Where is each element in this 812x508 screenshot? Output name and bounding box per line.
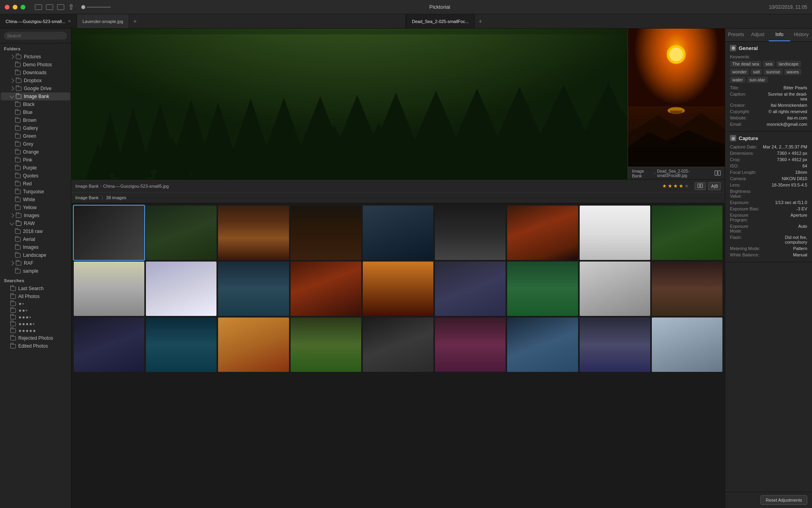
sidebar-item-pictures[interactable]: Pictures bbox=[1, 53, 70, 61]
search-input[interactable] bbox=[4, 32, 67, 40]
sidebar-item-image-bank[interactable]: Image Bank bbox=[1, 92, 70, 100]
thumb-24[interactable] bbox=[435, 318, 506, 372]
thumb-25[interactable] bbox=[507, 318, 578, 372]
thumb-5[interactable] bbox=[363, 206, 433, 260]
right-preview-icon[interactable] bbox=[714, 170, 721, 177]
sidebar-item-sample[interactable]: sample bbox=[1, 267, 70, 275]
sidebar-item-all-photos[interactable]: All Photos bbox=[1, 292, 70, 300]
sidebar-item-dropbox[interactable]: Dropbox bbox=[1, 77, 70, 85]
sidebar-item-downloads[interactable]: Downloads bbox=[1, 69, 70, 77]
thumb-23[interactable] bbox=[363, 318, 433, 372]
sidebar-item-aerial[interactable]: Aerial bbox=[1, 235, 70, 243]
sidebar-item-black[interactable]: Black bbox=[1, 100, 70, 108]
dead-sea-image[interactable] bbox=[628, 29, 725, 167]
sidebar-item-blue[interactable]: Blue bbox=[1, 108, 70, 116]
thumb-14[interactable] bbox=[363, 262, 433, 316]
thumb-10[interactable] bbox=[74, 262, 144, 316]
thumb-17[interactable] bbox=[580, 262, 650, 316]
slider-track[interactable] bbox=[87, 7, 111, 8]
thumb-8[interactable] bbox=[580, 206, 650, 260]
thumb-7[interactable] bbox=[507, 206, 578, 260]
sidebar-item-green[interactable]: Green bbox=[1, 132, 70, 140]
layout-icon-2[interactable] bbox=[46, 4, 53, 10]
tab-dead-sea[interactable]: Dead_Sea_2-025-smallFoc... bbox=[406, 14, 475, 28]
sidebar-item-pink[interactable]: Pink bbox=[1, 156, 70, 164]
tab-lavender[interactable]: Lavender-smaple.jpg bbox=[77, 14, 129, 28]
star-1[interactable]: ★ bbox=[662, 183, 667, 189]
sidebar-item-raf[interactable]: RAF bbox=[1, 259, 70, 267]
tab-close-china[interactable]: ✕ bbox=[68, 19, 71, 23]
thumb-21[interactable] bbox=[218, 318, 289, 372]
tab-adjust[interactable]: Adjust bbox=[747, 29, 769, 41]
thumb-16[interactable] bbox=[507, 262, 578, 316]
slider-handle[interactable] bbox=[81, 5, 85, 9]
sidebar-item-edited[interactable]: Edited Photos bbox=[1, 342, 70, 350]
layout-icon-1[interactable] bbox=[35, 4, 42, 10]
main-preview[interactable] bbox=[71, 29, 628, 179]
thumb-3[interactable] bbox=[218, 206, 289, 260]
thumb-9[interactable] bbox=[652, 206, 722, 260]
zoom-slider[interactable] bbox=[81, 5, 111, 9]
thumb-11[interactable] bbox=[146, 262, 216, 316]
thumb-4[interactable] bbox=[291, 206, 361, 260]
star-3[interactable]: ★ bbox=[673, 183, 678, 189]
sidebar-item-stars3[interactable]: ★★★+ bbox=[1, 314, 70, 321]
sidebar-item-images2[interactable]: Images bbox=[1, 243, 70, 251]
sidebar-item-landscape[interactable]: Landscape bbox=[1, 251, 70, 259]
sidebar-item-purple[interactable]: Purple bbox=[1, 164, 70, 172]
thumb-13[interactable] bbox=[291, 262, 361, 316]
close-button[interactable] bbox=[5, 5, 10, 10]
sidebar-item-google-drive[interactable]: Google Drive bbox=[1, 85, 70, 92]
sidebar-item-grey[interactable]: Grey bbox=[1, 140, 70, 148]
sidebar-item-raw[interactable]: RAW bbox=[1, 219, 70, 227]
sidebar-item-quotes[interactable]: Quotes bbox=[1, 172, 70, 180]
thumb-6[interactable] bbox=[435, 206, 506, 260]
thumb-19[interactable] bbox=[74, 318, 144, 372]
thumb-12[interactable] bbox=[218, 262, 289, 316]
tab-history[interactable]: History bbox=[790, 29, 812, 41]
thumb-26[interactable] bbox=[580, 318, 650, 372]
minimize-button[interactable] bbox=[13, 5, 17, 10]
sidebar-item-turquoise[interactable]: Turquoise bbox=[1, 188, 70, 196]
star-2[interactable]: ★ bbox=[668, 183, 672, 189]
compare-button[interactable] bbox=[695, 182, 706, 190]
sidebar-item-gallery[interactable]: Gallery bbox=[1, 124, 70, 132]
tab-presets[interactable]: Presets bbox=[725, 29, 747, 41]
sidebar-item-images[interactable]: Images bbox=[1, 212, 70, 219]
sidebar-item-orange[interactable]: Orange bbox=[1, 148, 70, 156]
thumb-20[interactable] bbox=[146, 318, 216, 372]
share-icon[interactable]: ⇧ bbox=[68, 3, 74, 12]
thumb-15[interactable] bbox=[435, 262, 506, 316]
tab-info[interactable]: Info bbox=[769, 29, 791, 41]
filmstrip[interactable] bbox=[71, 203, 725, 508]
maximize-button[interactable] bbox=[21, 5, 25, 10]
thumb-22[interactable] bbox=[291, 318, 361, 372]
sidebar-item-red[interactable]: Red bbox=[1, 180, 70, 188]
sidebar-item-demo-photos[interactable]: Demo Photos bbox=[1, 61, 70, 69]
sidebar-item-brown[interactable]: Brown bbox=[1, 116, 70, 124]
sidebar-item-white[interactable]: White bbox=[1, 196, 70, 204]
thumb-1[interactable] bbox=[74, 206, 144, 260]
sidebar-item-yellow[interactable]: Yellow bbox=[1, 204, 70, 212]
thumb-2[interactable] bbox=[146, 206, 216, 260]
rating-stars[interactable]: ★ ★ ★ ★ ★ bbox=[662, 183, 689, 189]
layout-icon-3[interactable] bbox=[57, 4, 64, 10]
star-5[interactable]: ★ bbox=[684, 183, 689, 189]
sidebar-item-stars2[interactable]: ★★+ bbox=[1, 307, 70, 314]
tab-add-right[interactable]: + bbox=[475, 14, 486, 28]
sidebar-item-stars4[interactable]: ★★★★+ bbox=[1, 321, 70, 327]
ab-button[interactable]: A|B bbox=[708, 182, 721, 190]
reset-adjustments-button[interactable]: Reset Adjustments bbox=[760, 495, 807, 505]
thumb-27[interactable] bbox=[652, 318, 722, 372]
tab-china[interactable]: China----Guozigou-523-small... ✕ bbox=[0, 14, 77, 28]
sidebar-item-2018raw[interactable]: 2018 raw bbox=[1, 227, 70, 235]
star-4[interactable]: ★ bbox=[679, 183, 684, 189]
sidebar-item-stars1[interactable]: ★+ bbox=[1, 300, 70, 307]
sidebar-item-rejected[interactable]: Rejected Photos bbox=[1, 334, 70, 342]
sidebar-item-last-search[interactable]: Last Search bbox=[1, 285, 70, 292]
sidebar-item-stars5[interactable]: ★★★★★ bbox=[1, 327, 70, 334]
thumb-18[interactable] bbox=[652, 262, 722, 316]
info-label: Creator: bbox=[730, 103, 762, 108]
tab-add-left[interactable]: + bbox=[129, 14, 141, 28]
search-area[interactable] bbox=[0, 29, 71, 43]
